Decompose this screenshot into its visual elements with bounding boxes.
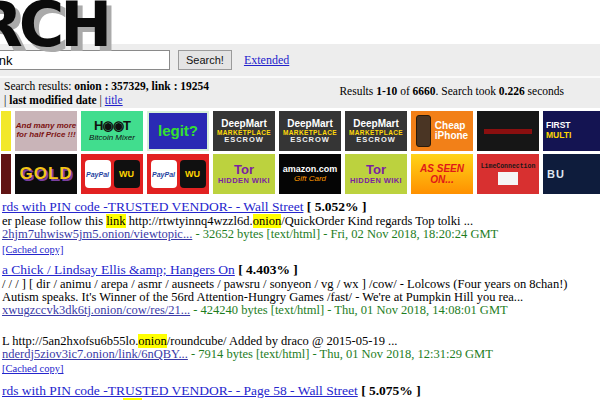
cached-copy-line: [Cached copy] bbox=[2, 361, 600, 376]
snippet-text: er please follow this bbox=[2, 214, 106, 228]
summary-text: of bbox=[397, 85, 412, 97]
snippet-text: /QuickOrder Kind regards Top tolki ... bbox=[281, 214, 473, 228]
result-metadata: - 7914 bytes [text/html] - Thu, 01 Nov 2… bbox=[188, 347, 493, 361]
highlighted-keyword: link bbox=[106, 214, 125, 228]
snippet-text: http://rtwtyinnq4wzzl6d. bbox=[126, 214, 253, 228]
result-metadata: - 424240 bytes [text/html] - Thu, 01 Nov… bbox=[190, 303, 507, 317]
summary-text: Results bbox=[339, 85, 376, 97]
search-time: 0.226 bbox=[499, 85, 525, 97]
results-stats-bar: Search results: onion : 357329, link : 1… bbox=[0, 78, 600, 108]
banner-text: DeepMart bbox=[287, 118, 333, 129]
result-url-link[interactable]: nderdj5ziov3ic7.onion/link/6nQBY... bbox=[2, 347, 188, 361]
red-text-strip bbox=[484, 129, 532, 134]
result-metadata: - 32652 bytes [text/html] - Fri, 02 Nov … bbox=[192, 227, 498, 241]
search-button[interactable]: Search! bbox=[178, 50, 232, 70]
tor-hidden-wiki-banner-1[interactable]: TorHIDDEN WIKI bbox=[213, 154, 275, 194]
hoot-bitcoin-mixer-banner[interactable]: H◉◉TBitcoin Mixer bbox=[81, 111, 143, 151]
bu-banner[interactable]: BU bbox=[543, 154, 600, 194]
results-total: 6660 bbox=[413, 85, 436, 97]
sort-last-modified-label: last modified date bbox=[9, 94, 97, 106]
banner-text: MULTI bbox=[546, 131, 571, 141]
result-title-link[interactable]: a Chick / Lindsay Ellis &amp; Hangers On bbox=[2, 262, 235, 277]
banner-text: for half Price !!! bbox=[16, 131, 75, 140]
result-snippet: er please follow this link http://rtwtyi… bbox=[2, 215, 600, 228]
search-results-list: rds with PIN code -TRUSTED VENDOR- - Wal… bbox=[0, 197, 600, 400]
result-relevance: [ 5.052% ] bbox=[303, 199, 366, 214]
first-multi-banner[interactable]: FIRSTMULTI bbox=[543, 111, 600, 151]
result-relevance: [ 4.403% ] bbox=[235, 262, 298, 277]
sort-by-title-link[interactable]: title bbox=[105, 94, 123, 106]
deepmart-banner-1[interactable]: DeepMartMARKETPLACEESCROW bbox=[213, 111, 275, 151]
snippet-text: /roundcube/ Added by draco @ 2015-05-19 … bbox=[167, 334, 398, 348]
cached-copy-link[interactable]: [Cached copy] bbox=[2, 244, 64, 255]
result-snippet: L http://5an2hxofsu6b55lo.onion/roundcub… bbox=[2, 335, 600, 348]
result-snippet: / / / ] [ dir / animu / arepa / asmr / a… bbox=[2, 278, 600, 305]
banner-text: Tor bbox=[366, 163, 386, 178]
paypal-wu-banner-1[interactable]: PayPalWU bbox=[81, 154, 143, 194]
ad-banner-row-1: And many morefor half Price !!!H◉◉TBitco… bbox=[1, 111, 599, 151]
summary-text: . Search took bbox=[436, 85, 499, 97]
amazon-gift-card-banner[interactable]: amazon.comGift Card bbox=[279, 154, 341, 194]
snippet-text: / / / ] [ dir / animu / arepa / asmr / a… bbox=[2, 277, 568, 304]
iphone-image bbox=[416, 115, 431, 147]
ad-banner-row-2: GOLDPayPalWUPayPalWUTorHIDDEN WIKIamazon… bbox=[1, 154, 599, 194]
result-url-line: 2hjm7uhwisw5jm5.onion/viewtopic... - 326… bbox=[2, 228, 600, 241]
result-title-line: rds with PIN code -TRUSTED VENDOR- - Wal… bbox=[2, 200, 600, 214]
torch-search-results-page: TORCH Search! Extended Search results: o… bbox=[0, 0, 600, 400]
banner-text: ON... bbox=[430, 174, 453, 185]
highlighted-keyword: onion bbox=[138, 334, 166, 348]
results-range-summary: Results 1-10 of 6660. Search took 0.226 … bbox=[339, 85, 564, 99]
cheap-iphone-banner[interactable]: CheapiPhone bbox=[411, 111, 473, 151]
results-range: 1-10 bbox=[376, 85, 397, 97]
lime-connection-banner[interactable]: LimeConnection bbox=[477, 154, 539, 194]
dark-red-text-banner[interactable] bbox=[477, 111, 539, 151]
result-url-link[interactable]: xwugzccvk3dk6tj.onion/cow/res/21... bbox=[2, 303, 190, 317]
banner-text: H◉◉T bbox=[94, 119, 130, 134]
result-title-line: rds with PIN code -TRUSTED VENDOR- - Pag… bbox=[2, 384, 600, 398]
banner-text-group: CheapiPhone bbox=[435, 121, 468, 142]
western-union-logo: WU bbox=[114, 160, 140, 188]
half-price-banner[interactable]: And many morefor half Price !!! bbox=[15, 111, 77, 151]
banner-text: BU bbox=[547, 168, 565, 180]
banner-text: Tor bbox=[234, 163, 254, 178]
results-counts: onion : 357329, link : 19254 bbox=[74, 80, 209, 92]
legit-banner[interactable]: legit? bbox=[147, 111, 209, 151]
banner-text: HIDDEN WIKI bbox=[350, 177, 402, 185]
paypal-logo: PayPal bbox=[85, 160, 111, 188]
deepmart-banner-2[interactable]: DeepMartMARKETPLACEESCROW bbox=[279, 111, 341, 151]
torch-logo: TORCH bbox=[0, 0, 108, 61]
result-title-link[interactable]: rds with PIN code -TRUSTED VENDOR- - Pag… bbox=[2, 383, 358, 398]
banner-text: iPhone bbox=[435, 131, 468, 142]
search-result: L http://5an2hxofsu6b55lo.onion/roundcub… bbox=[2, 335, 600, 377]
partial-maroon-banner[interactable] bbox=[1, 154, 11, 194]
banner-text: Bitcoin Mixer bbox=[89, 134, 135, 143]
banner-text: DeepMart bbox=[221, 118, 267, 129]
tor-hidden-wiki-banner-2[interactable]: TorHIDDEN WIKI bbox=[345, 154, 407, 194]
cached-copy-link[interactable]: [Cached copy] bbox=[2, 363, 64, 374]
banner-text: AS SEEN bbox=[420, 163, 464, 174]
highlighted-keyword: onion bbox=[253, 214, 281, 228]
banner-text: legit? bbox=[158, 123, 198, 140]
banner-text: Gift Card bbox=[294, 175, 326, 184]
extended-search-link[interactable]: Extended bbox=[244, 53, 289, 68]
page-header: TORCH bbox=[0, 0, 600, 44]
summary-text: seconds bbox=[525, 85, 564, 97]
banner-text: ESCROW bbox=[224, 136, 264, 144]
partial-yellow-banner[interactable] bbox=[1, 111, 11, 151]
result-title-link[interactable]: rds with PIN code -TRUSTED VENDOR- - Wal… bbox=[2, 199, 303, 214]
ad-banner-grid: And many morefor half Price !!!H◉◉TBitco… bbox=[0, 108, 600, 194]
deepmart-banner-3[interactable]: DeepMartMARKETPLACEESCROW bbox=[345, 111, 407, 151]
search-result: rds with PIN code -TRUSTED VENDOR- - Pag… bbox=[2, 384, 600, 400]
paypal-wu-banner-2[interactable]: PayPalWU bbox=[147, 154, 209, 194]
result-url-line: nderdj5ziov3ic7.onion/link/6nQBY... - 79… bbox=[2, 348, 600, 361]
banner-text: ESCROW bbox=[290, 136, 330, 144]
gold-banner[interactable]: GOLD bbox=[15, 154, 77, 194]
result-url-link[interactable]: 2hjm7uhwisw5jm5.onion/viewtopic... bbox=[2, 227, 192, 241]
as-seen-on-banner[interactable]: AS SEENON... bbox=[411, 154, 473, 194]
results-stats-prefix: Search results: bbox=[4, 80, 74, 92]
banner-text: DeepMart bbox=[353, 118, 399, 129]
search-result: rds with PIN code -TRUSTED VENDOR- - Wal… bbox=[2, 200, 600, 257]
cached-copy-line: [Cached copy] bbox=[2, 242, 600, 257]
banner-text: LimeConnection bbox=[481, 163, 536, 170]
search-result: a Chick / Lindsay Ellis &amp; Hangers On… bbox=[2, 263, 600, 318]
